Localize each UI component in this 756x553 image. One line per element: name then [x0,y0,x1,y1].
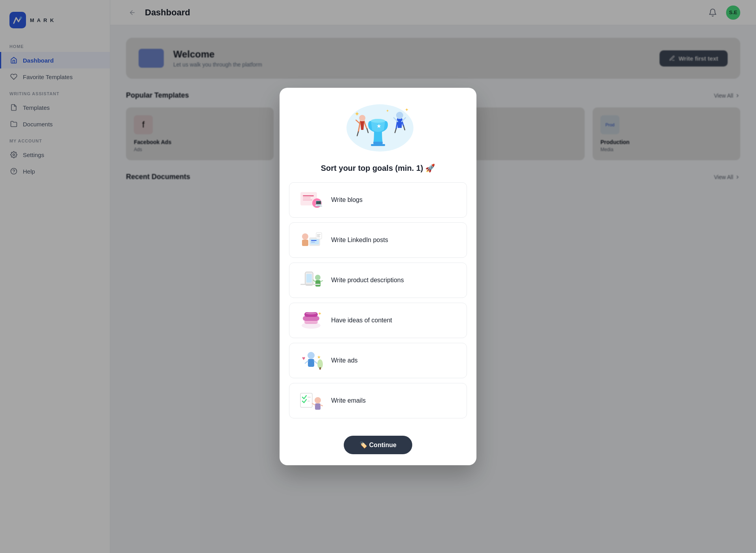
goal-label-blogs: Write blogs [331,196,363,203]
goal-icon-product [297,268,325,292]
app-shell: M A R K HOME Dashboard Favorite Template… [0,0,756,553]
svg-point-51 [315,397,321,403]
svg-point-40 [306,312,317,314]
svg-rect-43 [308,359,314,367]
svg-point-21 [302,233,308,240]
svg-text:★: ★ [317,355,321,359]
svg-text:★: ★ [376,123,382,129]
goal-icon-ideas: ✦ [297,309,325,332]
svg-text:✦: ✦ [318,311,322,316]
goal-item-ideas[interactable]: ✦ Have ideas of content [289,303,467,338]
svg-point-10 [359,115,365,121]
svg-rect-25 [311,240,317,241]
goal-label-product: Write product descriptions [331,277,404,284]
goal-icon-linkedin [297,228,325,252]
modal-illustration: ★ [339,100,417,155]
goal-label-linkedin: Write LinkedIn posts [331,237,388,244]
svg-rect-28 [317,234,321,235]
continue-button[interactable]: 🏷️ Continue [344,436,412,454]
modal-title: Sort your top goals (min. 1) 🚀 [321,163,435,173]
svg-point-8 [371,119,385,123]
svg-text:✦: ✦ [386,109,389,113]
continue-label: 🏷️ Continue [359,441,397,449]
svg-rect-35 [300,284,320,285]
modal-dialog: ★ [280,88,476,465]
modal-body: 💻 Write blogs [280,179,476,429]
goal-icon-ads: ♥ ★ [297,349,325,372]
modal-hero: ★ [280,88,476,179]
svg-rect-16 [303,195,314,196]
svg-rect-22 [302,240,308,246]
svg-rect-50 [308,401,310,401]
svg-rect-7 [371,144,385,146]
goal-item-emails[interactable]: Write emails [289,383,467,418]
svg-rect-52 [315,403,321,410]
goal-item-linkedin[interactable]: Write LinkedIn posts [289,222,467,258]
goal-label-ideas: Have ideas of content [331,317,392,324]
svg-rect-30 [317,237,320,237]
svg-text:💻: 💻 [315,199,322,207]
svg-point-42 [308,352,315,359]
svg-text:✦: ✦ [354,111,359,117]
svg-rect-34 [315,280,321,287]
svg-point-11 [396,112,403,119]
goal-label-emails: Write emails [331,397,366,404]
svg-point-33 [315,275,321,280]
goal-item-ads[interactable]: ♥ ★ Write ads [289,343,467,378]
svg-rect-49 [308,397,311,398]
goal-item-write-blogs[interactable]: 💻 Write blogs [289,182,467,218]
svg-text:✦: ✦ [405,107,409,113]
svg-rect-32 [306,274,312,283]
goal-label-ads: Write ads [331,357,358,364]
goal-icon-blog: 💻 [297,188,325,212]
svg-rect-47 [319,367,321,370]
modal-overlay[interactable]: ★ [0,0,756,553]
svg-rect-18 [303,200,312,200]
svg-rect-17 [303,198,311,198]
svg-rect-26 [311,242,315,242]
modal-footer: 🏷️ Continue [280,429,476,465]
svg-rect-6 [373,142,383,144]
goal-item-product[interactable]: Write product descriptions [289,263,467,298]
svg-rect-29 [317,235,320,236]
svg-text:♥: ♥ [302,355,305,361]
goal-icon-emails [297,389,325,412]
